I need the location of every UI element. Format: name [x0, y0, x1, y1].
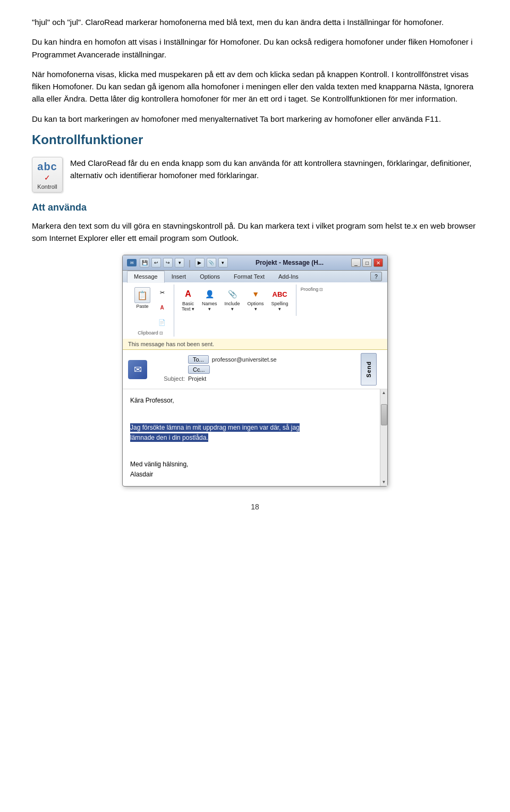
- basic-text-icon: A: [182, 288, 194, 300]
- clipboard-buttons: 📋 Paste ✂ A 📄: [131, 286, 169, 329]
- qa-redo-button[interactable]: ↪: [163, 258, 173, 267]
- send-panel-mail-icon: ✉: [134, 364, 142, 375]
- subject-value: Projekt: [188, 375, 361, 382]
- ribbon-group-basic-text: A BasicText ▾ 👤 Names▾ 📎 Include▾ ▼ Opti…: [174, 284, 296, 316]
- spelling-button[interactable]: ABC Spelling▾: [268, 286, 292, 314]
- highlighted-text-2: lämnade den i din postlåda.: [130, 433, 208, 442]
- body-line-5: [130, 447, 380, 457]
- include-icon: 📎: [226, 288, 239, 300]
- tab-add-ins[interactable]: Add-Ins: [271, 271, 305, 282]
- paste-button[interactable]: 📋 Paste: [131, 286, 154, 329]
- paste-icon: 📋: [134, 287, 150, 303]
- clipboard-expander[interactable]: ⊡: [159, 331, 163, 336]
- cc-button[interactable]: Cc...: [188, 365, 210, 374]
- options-icon: ▼: [249, 288, 262, 300]
- outlook-window: ✉ 💾 ↩ ↪ ▾ | ▶ 📎 ▾ Projekt - Message (H..…: [122, 255, 388, 487]
- names-icon: 👤: [203, 288, 216, 300]
- tab-format-text[interactable]: Format Text: [227, 271, 271, 282]
- cut-icon: ✂: [157, 287, 167, 298]
- names-label: Names▾: [202, 301, 217, 312]
- scrollbar-thumb[interactable]: [381, 404, 387, 425]
- page-number: 18: [32, 503, 478, 511]
- qa-save-button[interactable]: 💾: [140, 258, 149, 267]
- to-button[interactable]: To...: [188, 355, 209, 364]
- clipboard-label-text: Clipboard: [138, 330, 158, 336]
- scroll-down-arrow[interactable]: ▼: [380, 479, 387, 486]
- highlighted-text-1: Jag försökte lämna in mit uppdrag men in…: [130, 423, 300, 432]
- ribbon-content: 📋 Paste ✂ A 📄: [123, 282, 387, 339]
- subject-field-row: Subject: Projekt: [156, 375, 361, 382]
- body-line-3: Jag försökte lämna in mit uppdrag men in…: [130, 423, 380, 433]
- options-label: Options▾: [248, 301, 264, 312]
- email-body[interactable]: Kära Professor, Jag försökte lämna in mi…: [123, 389, 387, 486]
- basic-text-button[interactable]: A BasicText ▾: [178, 286, 198, 314]
- include-button[interactable]: 📎 Include▾: [222, 286, 243, 314]
- format-painter-button[interactable]: 📄: [155, 315, 169, 329]
- quick-access-toolbar: 💾 ↩ ↪ ▾ | ▶ 📎 ▾: [140, 258, 228, 267]
- options-ribbon-button[interactable]: ▼ Options▾: [244, 286, 267, 314]
- subject-label: Subject:: [156, 375, 185, 382]
- send-button[interactable]: Send: [361, 353, 377, 386]
- qa-extra-button[interactable]: ▾: [218, 258, 228, 267]
- qa-dropdown-button[interactable]: ▾: [175, 258, 184, 267]
- include-label: Include▾: [225, 301, 240, 312]
- minimize-button[interactable]: _: [351, 258, 361, 267]
- paragraph-1: "hjul" och "jul". ClaroRead markerar hom…: [32, 16, 478, 28]
- title-bar: ✉ 💾 ↩ ↪ ▾ | ▶ 📎 ▾ Projekt - Message (H..…: [123, 255, 387, 271]
- cc-field-row: Cc...: [156, 365, 361, 374]
- qa-attach-button[interactable]: 📎: [207, 258, 216, 267]
- email-fields: To... professor@universitet.se Cc... Sub…: [156, 355, 361, 383]
- paragraph-3: När homofonerna visas, klicka med muspek…: [32, 68, 478, 105]
- send-panel: ✉: [128, 360, 151, 379]
- basic-text-buttons: A BasicText ▾ 👤 Names▾ 📎 Include▾ ▼ Opti…: [178, 286, 292, 314]
- email-row: ✉ To... professor@universitet.se Cc...: [128, 353, 382, 386]
- to-field-row: To... professor@universitet.se: [156, 355, 361, 364]
- info-bar-text: This message has not been sent.: [128, 341, 214, 347]
- kontroll-section: abc ✓ Kontroll Med ClaroRead får du en e…: [32, 157, 478, 192]
- window-title: Projekt - Message (H...: [256, 259, 324, 266]
- help-button[interactable]: ?: [370, 272, 382, 281]
- scrollbar[interactable]: ▲ ▼: [380, 389, 387, 486]
- body-line-2: [130, 410, 380, 420]
- email-header: ✉ To... professor@universitet.se Cc...: [123, 350, 387, 389]
- kontroll-description: Med ClaroRead får du en enda knapp som d…: [70, 157, 478, 182]
- close-button[interactable]: ✕: [373, 258, 383, 267]
- maximize-button[interactable]: □: [362, 258, 372, 267]
- names-button[interactable]: 👤 Names▾: [199, 286, 220, 314]
- kontroll-label: Kontroll: [37, 183, 57, 190]
- copy-icon: A: [157, 302, 167, 313]
- cut-button[interactable]: ✂: [155, 286, 169, 299]
- body-line-7: Alasdair: [130, 470, 380, 480]
- body-line-1: Kära Professor,: [130, 396, 380, 406]
- qa-undo-button[interactable]: ↩: [151, 258, 161, 267]
- tab-insert[interactable]: Insert: [165, 271, 193, 282]
- tab-message[interactable]: Message: [127, 271, 165, 283]
- tab-options[interactable]: Options: [193, 271, 227, 282]
- abc-letters: abc: [37, 161, 57, 172]
- kontroll-button-icon: abc ✓ Kontroll: [32, 157, 63, 192]
- clipboard-group-label: Clipboard ⊡: [138, 330, 163, 336]
- outlook-app-icon: ✉: [127, 259, 137, 266]
- to-value: professor@universitet.se: [212, 356, 361, 363]
- body-line-4: lämnade den i din postlåda.: [130, 433, 380, 443]
- send-panel-icon: ✉: [128, 360, 147, 379]
- scroll-up-arrow[interactable]: ▲: [380, 389, 387, 397]
- spelling-label: Spelling▾: [271, 301, 288, 312]
- paragraph-2: Du kan hindra en homofon att visas i Ins…: [32, 36, 478, 61]
- title-bar-left: ✉ 💾 ↩ ↪ ▾ | ▶ 📎 ▾: [127, 258, 228, 267]
- section-heading-att-anvanda: Att använda: [32, 202, 478, 213]
- att-anvanda-text: Markera den text som du vill göra en sta…: [32, 220, 478, 245]
- section-heading-kontrollfunktioner: Kontrollfunktioner: [32, 132, 478, 147]
- qa-send-button[interactable]: ▶: [195, 258, 205, 267]
- window-controls: _ □ ✕: [351, 258, 383, 267]
- ribbon-tabs: Message Insert Options Format Text Add-I…: [123, 271, 387, 282]
- spelling-icon: ABC: [274, 288, 286, 300]
- format-painter-icon: 📄: [157, 317, 167, 328]
- proofing-label-text: Proofing: [301, 287, 319, 292]
- content-area: "hjul" och "jul". ClaroRead markerar hom…: [32, 16, 478, 511]
- copy-button[interactable]: A: [155, 300, 169, 314]
- basic-text-label: BasicText ▾: [182, 301, 194, 312]
- ribbon-group-proofing: Proofing ⊡: [296, 284, 328, 293]
- proofing-expander[interactable]: ⊡: [319, 287, 323, 292]
- proofing-group-label: Proofing ⊡: [301, 287, 324, 292]
